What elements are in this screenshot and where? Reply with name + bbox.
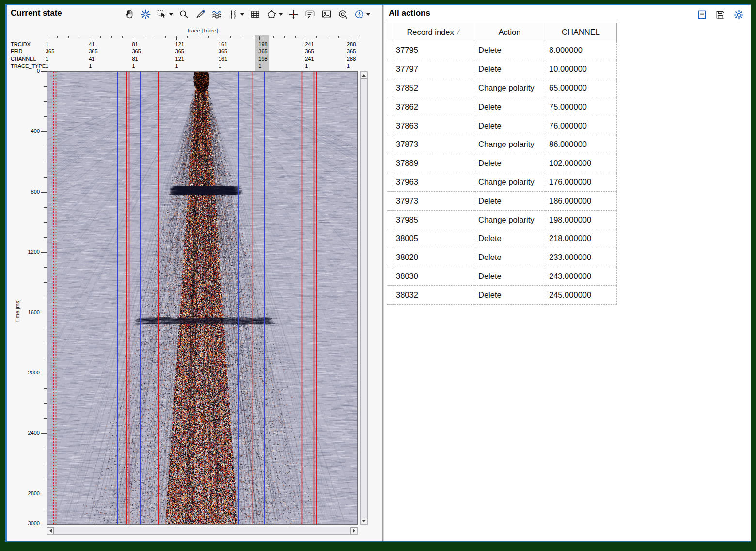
scroll-up-button[interactable]	[361, 72, 367, 79]
header-value: 121	[175, 41, 184, 48]
header-value: 288	[347, 55, 356, 63]
row-gutter	[387, 248, 392, 267]
action-cell[interactable]: Delete	[474, 229, 545, 248]
channel-cell[interactable]: 233.000000	[545, 248, 617, 267]
row-gutter	[387, 116, 392, 135]
header-row-label: FFID	[11, 48, 22, 55]
channel-cell[interactable]: 186.000000	[545, 192, 617, 211]
header-value: 365	[46, 48, 54, 55]
record-index-cell[interactable]: 37973	[392, 192, 474, 211]
header-value: 365	[89, 48, 97, 55]
action-cell[interactable]: Delete	[474, 192, 545, 211]
scroll-down-button[interactable]	[361, 518, 367, 524]
seismic-display[interactable]	[47, 72, 357, 524]
channel-cell[interactable]: 245.000000	[545, 286, 617, 305]
record-index-cell[interactable]: 37795	[392, 41, 474, 60]
row-gutter	[387, 79, 392, 98]
time-tick	[41, 71, 47, 72]
row-gutter	[387, 267, 392, 286]
actions-toolbar	[696, 7, 745, 22]
vertical-scrollbar[interactable]	[360, 71, 368, 525]
channel-cell[interactable]: 8.000000	[545, 41, 617, 60]
time-tick	[41, 433, 47, 434]
header-value: 1	[305, 63, 308, 70]
time-tick	[41, 313, 47, 313]
column-header-record-index[interactable]: Record index/	[392, 23, 474, 41]
app-window: Current state Trace [Trace] TRCIDX141811…	[5, 4, 751, 542]
record-index-cell[interactable]: 37985	[392, 211, 474, 229]
report-list-button[interactable]	[696, 7, 708, 22]
header-value: 198	[258, 41, 267, 48]
panel-splitter[interactable]	[382, 5, 384, 541]
report-list-icon	[696, 9, 708, 20]
record-index-cell[interactable]: 38005	[392, 229, 474, 248]
action-cell[interactable]: Change polarity	[474, 173, 545, 192]
header-value: 81	[132, 55, 138, 63]
time-tick-label: 1200	[22, 249, 40, 255]
channel-cell[interactable]: 86.000000	[545, 135, 617, 154]
channel-cell[interactable]: 65.000000	[545, 79, 617, 98]
column-header-action[interactable]: Action	[474, 23, 545, 41]
scroll-right-button[interactable]	[350, 527, 357, 534]
channel-cell[interactable]: 176.000000	[545, 173, 617, 192]
time-axis-label: Time [ms]	[15, 299, 20, 323]
time-tick-label: 2000	[22, 370, 40, 375]
action-cell[interactable]: Change polarity	[474, 79, 545, 98]
action-cell[interactable]: Change polarity	[474, 211, 545, 229]
record-index-cell[interactable]: 37863	[392, 116, 474, 135]
time-tick	[41, 373, 47, 373]
row-gutter	[387, 211, 392, 229]
header-row-label: TRCIDX	[11, 41, 31, 48]
record-index-cell[interactable]: 38030	[392, 267, 474, 286]
record-index-cell[interactable]: 37873	[392, 135, 474, 154]
channel-cell[interactable]: 243.000000	[545, 267, 617, 286]
action-cell[interactable]: Delete	[474, 116, 545, 135]
header-value: 241	[305, 41, 314, 48]
record-index-cell[interactable]: 38020	[392, 248, 474, 267]
channel-cell[interactable]: 198.000000	[545, 211, 617, 229]
action-cell[interactable]: Delete	[474, 154, 545, 173]
record-index-cell[interactable]: 37797	[392, 60, 474, 79]
channel-cell[interactable]: 218.000000	[545, 229, 617, 248]
record-index-cell[interactable]: 37852	[392, 79, 474, 98]
action-cell[interactable]: Delete	[474, 248, 545, 267]
action-cell[interactable]: Delete	[474, 267, 545, 286]
header-value: 365	[258, 48, 267, 55]
action-cell[interactable]: Delete	[474, 60, 545, 79]
column-header-channel[interactable]: CHANNEL	[545, 23, 617, 41]
record-index-cell[interactable]: 37862	[392, 97, 474, 116]
action-cell[interactable]: Change polarity	[474, 135, 545, 154]
channel-cell[interactable]: 102.000000	[545, 154, 617, 173]
horizontal-scrollbar[interactable]	[47, 527, 358, 535]
header-value: 161	[219, 55, 227, 63]
record-index-cell[interactable]: 37963	[392, 173, 474, 192]
header-value: 1	[219, 63, 221, 70]
header-value: 365	[347, 48, 356, 55]
action-cell[interactable]: Delete	[474, 286, 545, 305]
time-tick-label: 400	[22, 128, 40, 134]
scroll-left-button[interactable]	[47, 527, 54, 534]
settings-gear-icon	[733, 9, 744, 20]
channel-cell[interactable]: 10.000000	[545, 60, 617, 79]
record-index-cell[interactable]: 37889	[392, 154, 474, 173]
header-value: 1	[347, 63, 350, 70]
time-tick-label: 1600	[22, 309, 40, 315]
action-cell[interactable]: Delete	[474, 97, 545, 116]
channel-cell[interactable]: 75.000000	[545, 97, 617, 116]
header-value: 1	[46, 63, 48, 70]
header-value: 81	[132, 41, 138, 48]
seismic-plot-area	[47, 71, 358, 525]
record-index-cell[interactable]: 38032	[392, 286, 474, 305]
time-tick	[41, 494, 47, 494]
all-actions-title: All actions	[389, 8, 430, 17]
header-value: 41	[89, 41, 94, 48]
trace-header-rows: TRCIDX14181121161198241288FFID3653653653…	[7, 5, 382, 71]
header-value: 365	[175, 48, 184, 55]
save-icon	[715, 9, 726, 20]
channel-cell[interactable]: 76.000000	[545, 116, 617, 135]
save-button[interactable]	[714, 7, 726, 22]
arrow-down-icon	[362, 520, 366, 522]
action-cell[interactable]: Delete	[474, 41, 545, 60]
header-value: 1	[89, 63, 92, 70]
settings-gear-button[interactable]	[733, 7, 745, 22]
